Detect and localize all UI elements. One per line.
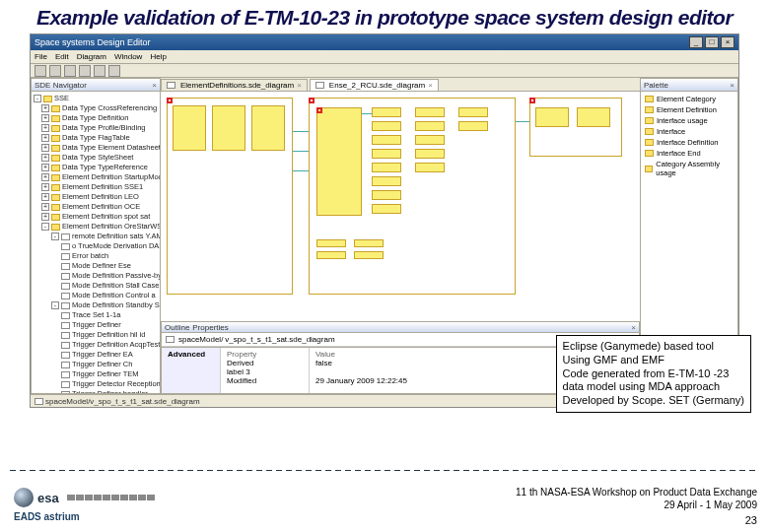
menu-window[interactable]: Window bbox=[114, 52, 142, 61]
close-button[interactable]: × bbox=[721, 36, 734, 48]
palette-item[interactable]: Interface Definition bbox=[643, 137, 735, 148]
tree-item[interactable]: Mode Definition Stall Case bbox=[72, 281, 159, 290]
tree-item[interactable]: Mode Definition Passive-by bbox=[72, 271, 160, 280]
diagram-block[interactable] bbox=[372, 149, 401, 159]
palette-icon bbox=[645, 139, 654, 146]
toolbar-button[interactable] bbox=[79, 65, 91, 77]
tree-item[interactable]: Mode Definition Standby Set bbox=[72, 300, 160, 309]
editor-tabs: ElementDefinitions.sde_diagram× Ense_2_R… bbox=[161, 78, 640, 92]
tree-item[interactable]: Trigger Detector Reception bbox=[72, 379, 160, 388]
tree-item[interactable]: Data Type TypeReference bbox=[62, 163, 148, 171]
palette-item[interactable]: Category Assembly usage bbox=[643, 159, 735, 178]
palette-item[interactable]: Element Category bbox=[643, 94, 735, 104]
diagram-block[interactable] bbox=[372, 163, 401, 172]
diagram-block[interactable] bbox=[372, 176, 401, 186]
properties-section[interactable]: Advanced bbox=[168, 350, 205, 359]
diagram-block[interactable] bbox=[415, 163, 445, 172]
diagram-block[interactable] bbox=[316, 239, 346, 247]
palette-icon bbox=[645, 106, 654, 113]
menu-diagram[interactable]: Diagram bbox=[77, 52, 106, 61]
diagram-block[interactable] bbox=[173, 105, 206, 151]
tree-item[interactable]: Element Definition SSE1 bbox=[62, 182, 143, 191]
panel-close-icon[interactable]: × bbox=[631, 323, 636, 332]
tree-item[interactable]: Trigger Definer Ch bbox=[72, 360, 132, 368]
properties-tab[interactable]: Properties bbox=[192, 323, 228, 332]
tab-close-icon[interactable]: × bbox=[297, 81, 302, 90]
toolbar-button[interactable] bbox=[108, 65, 120, 77]
tree-item[interactable]: Trigger Definer TEM bbox=[72, 369, 139, 378]
toolbar-button[interactable] bbox=[94, 65, 105, 77]
caption-line: Developed by Scope. SET (Germany) bbox=[563, 394, 744, 408]
diagram-block[interactable] bbox=[577, 107, 610, 127]
panel-close-icon[interactable]: × bbox=[152, 81, 157, 90]
diagram-block[interactable] bbox=[535, 107, 569, 127]
diagram-block[interactable] bbox=[415, 107, 445, 117]
diagram-container[interactable] bbox=[529, 98, 622, 157]
diagram-block[interactable] bbox=[415, 135, 445, 145]
tab-close-icon[interactable]: × bbox=[428, 81, 433, 90]
tree-item[interactable]: Data Type Definition bbox=[62, 113, 128, 122]
palette-icon bbox=[645, 128, 654, 135]
toolbar-button[interactable] bbox=[35, 65, 46, 77]
tree-item[interactable]: Element Definition LEO bbox=[62, 192, 139, 201]
maximize-button[interactable]: □ bbox=[705, 36, 719, 48]
tree-item[interactable]: Element Definition spot sat bbox=[62, 212, 150, 221]
tree-item[interactable]: Element Definition StartupMode bbox=[62, 172, 160, 181]
tree-item[interactable]: Mode Definer Ese bbox=[72, 261, 131, 270]
tree-item[interactable]: Data Type StyleSheet bbox=[62, 153, 133, 162]
tree-item[interactable]: Data Type FlagTable bbox=[62, 133, 130, 142]
tree-item[interactable]: Trace Set 1-1a bbox=[72, 310, 120, 319]
outline-tab[interactable]: Outline bbox=[165, 323, 189, 332]
toolbar-button[interactable] bbox=[49, 65, 61, 77]
minimize-button[interactable]: _ bbox=[689, 36, 703, 48]
tree-item[interactable]: Mode Definition Control a bbox=[72, 291, 156, 299]
diagram-block[interactable] bbox=[372, 204, 401, 214]
editor-tab-active[interactable]: Ense_2_RCU.sde_diagram× bbox=[310, 79, 439, 91]
tree-item[interactable]: o TrueMode Derivation DA>YCMC bbox=[72, 241, 160, 250]
tree-item[interactable]: remote Definition sats Y.AMSat.Co bbox=[72, 232, 160, 240]
tree-root[interactable]: SSE bbox=[54, 94, 69, 102]
palette-item[interactable]: Interface End bbox=[643, 148, 735, 159]
divider bbox=[10, 470, 759, 471]
tree-item[interactable]: Trigger Definition hil id bbox=[72, 330, 145, 339]
file-icon bbox=[166, 336, 175, 343]
tree-item[interactable]: Trigger Definer handler bbox=[72, 389, 148, 393]
diagram-block[interactable] bbox=[372, 135, 401, 145]
menu-edit[interactable]: Edit bbox=[55, 52, 69, 61]
diagram-block[interactable] bbox=[212, 105, 245, 151]
diagram-block[interactable] bbox=[372, 107, 401, 117]
editor-tab[interactable]: ElementDefinitions.sde_diagram× bbox=[161, 79, 308, 91]
diagram-block[interactable] bbox=[415, 121, 445, 131]
tree-item[interactable]: Data Type Element Datasheet bbox=[62, 143, 160, 152]
menu-file[interactable]: File bbox=[35, 52, 47, 61]
tree-item[interactable]: Element Definition OCE bbox=[62, 202, 140, 211]
tree-item[interactable]: Data Type Profile/Binding bbox=[62, 123, 146, 132]
titlebar: Space systems Design Editor _ □ × bbox=[31, 34, 738, 50]
diagram-block[interactable] bbox=[251, 105, 285, 151]
palette-item[interactable]: Interface usage bbox=[643, 115, 735, 126]
diagram-block[interactable] bbox=[415, 149, 445, 159]
diagram-block[interactable] bbox=[458, 121, 488, 131]
diagram-block[interactable] bbox=[372, 190, 401, 200]
palette-item[interactable]: Interface bbox=[643, 126, 735, 137]
tree-item[interactable]: Error batch bbox=[72, 251, 108, 260]
tree-item[interactable]: Trigger Definer bbox=[72, 320, 121, 329]
diagram-canvas[interactable] bbox=[161, 92, 640, 321]
navigator-header: SDE Navigator × bbox=[32, 79, 160, 92]
validation-marker-icon bbox=[316, 107, 322, 113]
menu-help[interactable]: Help bbox=[150, 52, 166, 61]
palette-item[interactable]: Element Definition bbox=[643, 104, 735, 115]
diagram-block[interactable] bbox=[354, 239, 384, 247]
diagram-block[interactable] bbox=[316, 107, 362, 216]
tree-item[interactable]: Trigger Definer EA bbox=[72, 350, 133, 359]
diagram-block[interactable] bbox=[372, 121, 401, 131]
tree-item[interactable]: Data Type CrossReferencing bbox=[62, 103, 157, 112]
panel-close-icon[interactable]: × bbox=[730, 81, 734, 90]
tree-item[interactable]: Element Definition OreStarWS-I bbox=[62, 222, 160, 231]
navigator-tree[interactable]: -SSE +Data Type CrossReferencing +Data T… bbox=[32, 92, 160, 393]
diagram-block[interactable] bbox=[458, 107, 488, 117]
tree-item[interactable]: Trigger Definition AcqpTest bbox=[72, 340, 160, 349]
toolbar-button[interactable] bbox=[64, 65, 76, 77]
diagram-block[interactable] bbox=[354, 251, 384, 259]
diagram-block[interactable] bbox=[316, 251, 346, 259]
